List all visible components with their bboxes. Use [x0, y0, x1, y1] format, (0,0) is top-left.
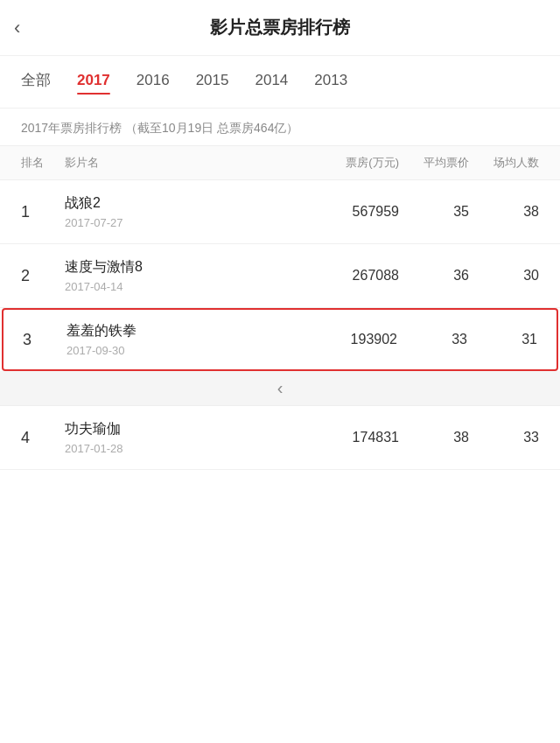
page-title: 影片总票房排行榜 — [210, 16, 350, 39]
col-header-rank: 排名 — [21, 155, 65, 171]
row-movie-name: 战狼2 — [65, 194, 303, 213]
table-row[interactable]: 2 速度与激情8 2017-04-14 267088 36 30 — [0, 244, 560, 308]
year-tab-2017[interactable]: 2017 — [77, 72, 110, 93]
row-date: 2017-09-30 — [66, 344, 301, 357]
subtitle-bar: 2017年票房排行榜 （截至10月19日 总票房464亿） — [0, 109, 560, 145]
row-date: 2017-07-27 — [65, 216, 303, 229]
table-row[interactable]: 4 功夫瑜伽 2017-01-28 174831 38 33 — [0, 406, 560, 470]
year-tab-bar: 全部20172016201520142013 — [0, 56, 560, 109]
row-box: 193902 — [301, 332, 397, 347]
row-price: 35 — [399, 204, 469, 220]
col-header-people: 场均人数 — [469, 155, 539, 171]
row-people: 38 — [469, 204, 539, 220]
row-rank: 4 — [21, 429, 65, 447]
row-name-block: 速度与激情8 2017-04-14 — [65, 258, 303, 293]
row-box: 267088 — [303, 268, 399, 284]
row-box: 567959 — [303, 204, 399, 220]
row-date: 2017-04-14 — [65, 280, 303, 293]
row-people: 31 — [467, 332, 537, 347]
row-price: 33 — [397, 332, 467, 347]
row-people: 33 — [469, 430, 539, 445]
back-icon[interactable]: ‹ — [14, 17, 20, 39]
table-body: 1 战狼2 2017-07-27 567959 35 38 2 速度与激情8 2… — [0, 180, 560, 470]
overlay-back-chevron: ‹ — [277, 378, 284, 398]
overlay-back-icon-row: ‹ — [0, 371, 560, 406]
row-box: 174831 — [303, 430, 399, 445]
page-header: ‹ 影片总票房排行榜 — [0, 0, 560, 56]
row-movie-name: 速度与激情8 — [65, 258, 303, 277]
row-movie-name: 羞羞的铁拳 — [66, 322, 301, 340]
year-tab-2014[interactable]: 2014 — [255, 72, 288, 93]
col-header-box: 票房(万元) — [303, 155, 399, 171]
subtitle-main: 2017年票房排行榜 — [21, 121, 122, 135]
row-rank: 2 — [21, 267, 65, 285]
subtitle-detail: （截至10月19日 总票房464亿） — [125, 121, 298, 135]
table-row[interactable]: 3 羞羞的铁拳 2017-09-30 193902 33 31 — [2, 308, 558, 371]
row-rank: 1 — [21, 203, 65, 221]
row-name-block: 战狼2 2017-07-27 — [65, 194, 303, 229]
table-header: 排名 影片名 票房(万元) 平均票价 场均人数 — [0, 145, 560, 180]
row-rank: 3 — [23, 331, 66, 349]
row-price: 36 — [399, 268, 469, 284]
year-tab-2016[interactable]: 2016 — [136, 72, 170, 93]
row-price: 38 — [399, 430, 469, 445]
row-date: 2017-01-28 — [65, 442, 303, 455]
table-row[interactable]: 1 战狼2 2017-07-27 567959 35 38 — [0, 180, 560, 244]
col-header-name: 影片名 — [65, 155, 303, 171]
col-header-price: 平均票价 — [399, 155, 469, 171]
row-name-block: 羞羞的铁拳 2017-09-30 — [66, 322, 301, 357]
year-tab-2013[interactable]: 2013 — [314, 72, 347, 93]
row-movie-name: 功夫瑜伽 — [65, 420, 303, 438]
year-tab-2015[interactable]: 2015 — [196, 72, 229, 93]
row-name-block: 功夫瑜伽 2017-01-28 — [65, 420, 303, 455]
year-tab-全部[interactable]: 全部 — [21, 70, 51, 94]
row-people: 30 — [469, 268, 539, 284]
